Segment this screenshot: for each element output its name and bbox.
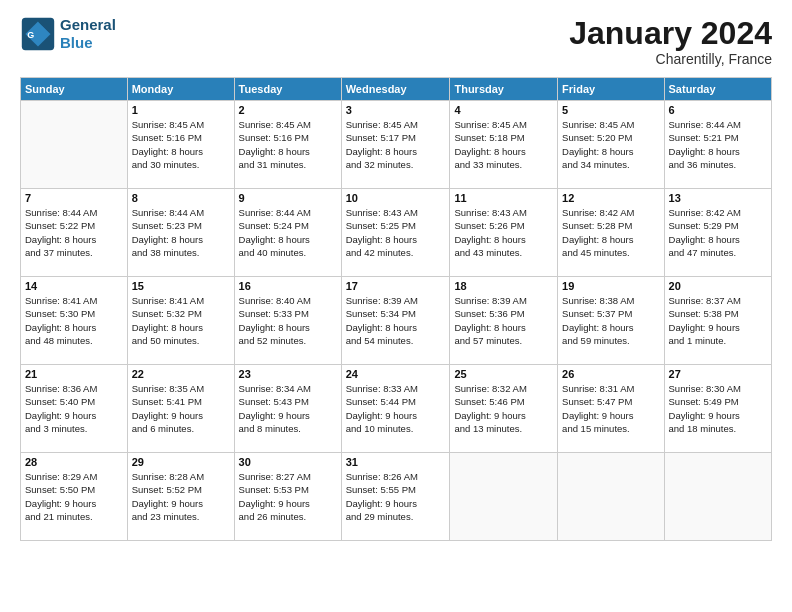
day-info: Sunrise: 8:45 AMSunset: 5:18 PMDaylight:… [454,118,553,171]
day-info: Sunrise: 8:35 AMSunset: 5:41 PMDaylight:… [132,382,230,435]
calendar-cell: 2Sunrise: 8:45 AMSunset: 5:16 PMDaylight… [234,101,341,189]
calendar-cell: 17Sunrise: 8:39 AMSunset: 5:34 PMDayligh… [341,277,450,365]
day-number: 24 [346,368,446,380]
day-info: Sunrise: 8:43 AMSunset: 5:26 PMDaylight:… [454,206,553,259]
day-info: Sunrise: 8:45 AMSunset: 5:16 PMDaylight:… [239,118,337,171]
calendar-cell: 7Sunrise: 8:44 AMSunset: 5:22 PMDaylight… [21,189,128,277]
day-info: Sunrise: 8:42 AMSunset: 5:29 PMDaylight:… [669,206,767,259]
day-info: Sunrise: 8:42 AMSunset: 5:28 PMDaylight:… [562,206,659,259]
day-info: Sunrise: 8:29 AMSunset: 5:50 PMDaylight:… [25,470,123,523]
location-subtitle: Charentilly, France [569,51,772,67]
day-info: Sunrise: 8:39 AMSunset: 5:34 PMDaylight:… [346,294,446,347]
page: G General Blue January 2024 Charentilly,… [0,0,792,612]
week-row-1: 1Sunrise: 8:45 AMSunset: 5:16 PMDaylight… [21,101,772,189]
day-info: Sunrise: 8:36 AMSunset: 5:40 PMDaylight:… [25,382,123,435]
day-number: 9 [239,192,337,204]
day-info: Sunrise: 8:41 AMSunset: 5:32 PMDaylight:… [132,294,230,347]
day-number: 4 [454,104,553,116]
calendar-cell: 10Sunrise: 8:43 AMSunset: 5:25 PMDayligh… [341,189,450,277]
calendar-cell: 30Sunrise: 8:27 AMSunset: 5:53 PMDayligh… [234,453,341,541]
calendar-cell: 6Sunrise: 8:44 AMSunset: 5:21 PMDaylight… [664,101,771,189]
day-number: 8 [132,192,230,204]
calendar-cell: 11Sunrise: 8:43 AMSunset: 5:26 PMDayligh… [450,189,558,277]
svg-text:G: G [27,30,34,40]
calendar-cell: 15Sunrise: 8:41 AMSunset: 5:32 PMDayligh… [127,277,234,365]
day-number: 3 [346,104,446,116]
day-number: 2 [239,104,337,116]
day-info: Sunrise: 8:45 AMSunset: 5:20 PMDaylight:… [562,118,659,171]
day-number: 6 [669,104,767,116]
day-number: 5 [562,104,659,116]
day-header-sunday: Sunday [21,78,128,101]
calendar-cell: 19Sunrise: 8:38 AMSunset: 5:37 PMDayligh… [558,277,664,365]
day-number: 26 [562,368,659,380]
calendar-cell [450,453,558,541]
day-number: 10 [346,192,446,204]
day-number: 27 [669,368,767,380]
day-info: Sunrise: 8:31 AMSunset: 5:47 PMDaylight:… [562,382,659,435]
day-number: 29 [132,456,230,468]
calendar-cell: 9Sunrise: 8:44 AMSunset: 5:24 PMDaylight… [234,189,341,277]
day-info: Sunrise: 8:40 AMSunset: 5:33 PMDaylight:… [239,294,337,347]
day-number: 19 [562,280,659,292]
day-info: Sunrise: 8:44 AMSunset: 5:23 PMDaylight:… [132,206,230,259]
day-header-saturday: Saturday [664,78,771,101]
calendar-cell: 23Sunrise: 8:34 AMSunset: 5:43 PMDayligh… [234,365,341,453]
calendar-cell: 13Sunrise: 8:42 AMSunset: 5:29 PMDayligh… [664,189,771,277]
day-info: Sunrise: 8:37 AMSunset: 5:38 PMDaylight:… [669,294,767,347]
week-row-4: 21Sunrise: 8:36 AMSunset: 5:40 PMDayligh… [21,365,772,453]
day-header-tuesday: Tuesday [234,78,341,101]
calendar-cell: 4Sunrise: 8:45 AMSunset: 5:18 PMDaylight… [450,101,558,189]
day-info: Sunrise: 8:30 AMSunset: 5:49 PMDaylight:… [669,382,767,435]
day-info: Sunrise: 8:26 AMSunset: 5:55 PMDaylight:… [346,470,446,523]
week-row-5: 28Sunrise: 8:29 AMSunset: 5:50 PMDayligh… [21,453,772,541]
day-number: 13 [669,192,767,204]
day-info: Sunrise: 8:28 AMSunset: 5:52 PMDaylight:… [132,470,230,523]
day-info: Sunrise: 8:33 AMSunset: 5:44 PMDaylight:… [346,382,446,435]
day-header-monday: Monday [127,78,234,101]
day-number: 11 [454,192,553,204]
day-number: 15 [132,280,230,292]
calendar-cell: 20Sunrise: 8:37 AMSunset: 5:38 PMDayligh… [664,277,771,365]
day-info: Sunrise: 8:39 AMSunset: 5:36 PMDaylight:… [454,294,553,347]
logo-text: General Blue [60,16,116,52]
day-info: Sunrise: 8:34 AMSunset: 5:43 PMDaylight:… [239,382,337,435]
day-info: Sunrise: 8:43 AMSunset: 5:25 PMDaylight:… [346,206,446,259]
day-info: Sunrise: 8:32 AMSunset: 5:46 PMDaylight:… [454,382,553,435]
week-row-2: 7Sunrise: 8:44 AMSunset: 5:22 PMDaylight… [21,189,772,277]
day-number: 20 [669,280,767,292]
calendar-table: SundayMondayTuesdayWednesdayThursdayFrid… [20,77,772,541]
day-number: 30 [239,456,337,468]
day-header-thursday: Thursday [450,78,558,101]
calendar-cell: 12Sunrise: 8:42 AMSunset: 5:28 PMDayligh… [558,189,664,277]
day-number: 16 [239,280,337,292]
day-number: 18 [454,280,553,292]
day-number: 14 [25,280,123,292]
day-number: 21 [25,368,123,380]
header-row: SundayMondayTuesdayWednesdayThursdayFrid… [21,78,772,101]
day-info: Sunrise: 8:45 AMSunset: 5:16 PMDaylight:… [132,118,230,171]
day-info: Sunrise: 8:45 AMSunset: 5:17 PMDaylight:… [346,118,446,171]
calendar-cell: 27Sunrise: 8:30 AMSunset: 5:49 PMDayligh… [664,365,771,453]
day-info: Sunrise: 8:41 AMSunset: 5:30 PMDaylight:… [25,294,123,347]
week-row-3: 14Sunrise: 8:41 AMSunset: 5:30 PMDayligh… [21,277,772,365]
day-header-wednesday: Wednesday [341,78,450,101]
day-info: Sunrise: 8:44 AMSunset: 5:21 PMDaylight:… [669,118,767,171]
header: G General Blue January 2024 Charentilly,… [20,16,772,67]
day-number: 1 [132,104,230,116]
calendar-cell: 21Sunrise: 8:36 AMSunset: 5:40 PMDayligh… [21,365,128,453]
day-number: 28 [25,456,123,468]
day-info: Sunrise: 8:44 AMSunset: 5:22 PMDaylight:… [25,206,123,259]
calendar-cell: 22Sunrise: 8:35 AMSunset: 5:41 PMDayligh… [127,365,234,453]
title-block: January 2024 Charentilly, France [569,16,772,67]
calendar-cell: 24Sunrise: 8:33 AMSunset: 5:44 PMDayligh… [341,365,450,453]
day-info: Sunrise: 8:38 AMSunset: 5:37 PMDaylight:… [562,294,659,347]
calendar-cell: 5Sunrise: 8:45 AMSunset: 5:20 PMDaylight… [558,101,664,189]
logo: G General Blue [20,16,116,52]
calendar-cell: 25Sunrise: 8:32 AMSunset: 5:46 PMDayligh… [450,365,558,453]
calendar-cell [664,453,771,541]
calendar-cell: 1Sunrise: 8:45 AMSunset: 5:16 PMDaylight… [127,101,234,189]
calendar-cell: 26Sunrise: 8:31 AMSunset: 5:47 PMDayligh… [558,365,664,453]
day-number: 23 [239,368,337,380]
calendar-cell: 14Sunrise: 8:41 AMSunset: 5:30 PMDayligh… [21,277,128,365]
